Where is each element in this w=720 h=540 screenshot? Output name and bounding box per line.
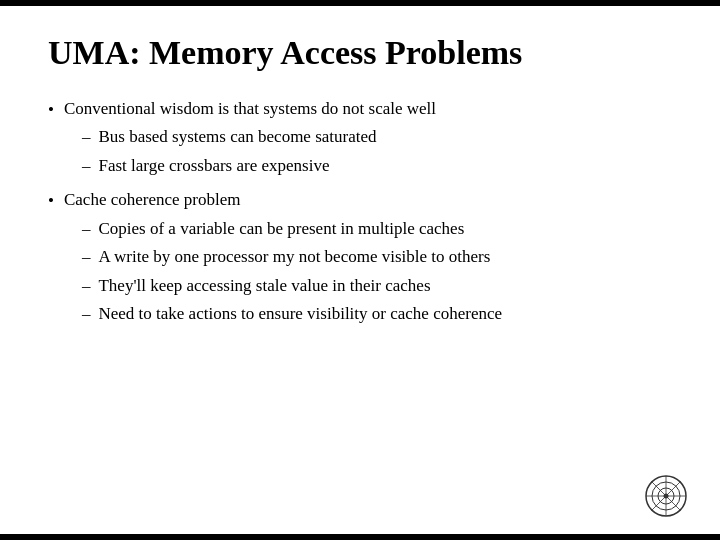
- bullet-text-2: Cache coherence problem – Copies of a va…: [64, 187, 672, 329]
- bullet-text-1: Conventional wisdom is that systems do n…: [64, 96, 672, 181]
- sub-dash-2-3: –: [82, 273, 91, 299]
- sub-item-2-1: – Copies of a variable can be present in…: [82, 216, 672, 242]
- content-area: UMA: Memory Access Problems • Convention…: [0, 6, 720, 540]
- sub-text-1-1: Bus based systems can become saturated: [98, 124, 672, 150]
- sub-item-2-4: – Need to take actions to ensure visibil…: [82, 301, 672, 327]
- logo-icon: [644, 474, 688, 518]
- sub-list-1: – Bus based systems can become saturated…: [82, 124, 672, 178]
- sub-dash-2-1: –: [82, 216, 91, 242]
- sub-text-2-4: Need to take actions to ensure visibilit…: [98, 301, 672, 327]
- sub-dash-1-1: –: [82, 124, 91, 150]
- bullet-dot-2: •: [48, 188, 54, 214]
- bullet-item-1: • Conventional wisdom is that systems do…: [48, 96, 672, 181]
- main-bullet-list: • Conventional wisdom is that systems do…: [48, 96, 672, 336]
- logo-area: [644, 474, 688, 522]
- sub-dash-2-4: –: [82, 301, 91, 327]
- sub-dash-2-2: –: [82, 244, 91, 270]
- bullet-item-2: • Cache coherence problem – Copies of a …: [48, 187, 672, 329]
- bullet-label-1: Conventional wisdom is that systems do n…: [64, 99, 436, 118]
- sub-text-2-2: A write by one processor my not become v…: [98, 244, 672, 270]
- sub-item-2-3: – They'll keep accessing stale value in …: [82, 273, 672, 299]
- sub-item-1-1: – Bus based systems can become saturated: [82, 124, 672, 150]
- svg-point-7: [664, 494, 669, 499]
- bullet-label-2: Cache coherence problem: [64, 190, 241, 209]
- slide-title: UMA: Memory Access Problems: [48, 34, 672, 72]
- sub-item-1-2: – Fast large crossbars are expensive: [82, 153, 672, 179]
- sub-text-1-2: Fast large crossbars are expensive: [98, 153, 672, 179]
- bullet-dot-1: •: [48, 97, 54, 123]
- bottom-border: [0, 534, 720, 540]
- sub-item-2-2: – A write by one processor my not become…: [82, 244, 672, 270]
- sub-text-2-1: Copies of a variable can be present in m…: [98, 216, 672, 242]
- sub-text-2-3: They'll keep accessing stale value in th…: [98, 273, 672, 299]
- sub-list-2: – Copies of a variable can be present in…: [82, 216, 672, 327]
- slide-container: UMA: Memory Access Problems • Convention…: [0, 0, 720, 540]
- sub-dash-1-2: –: [82, 153, 91, 179]
